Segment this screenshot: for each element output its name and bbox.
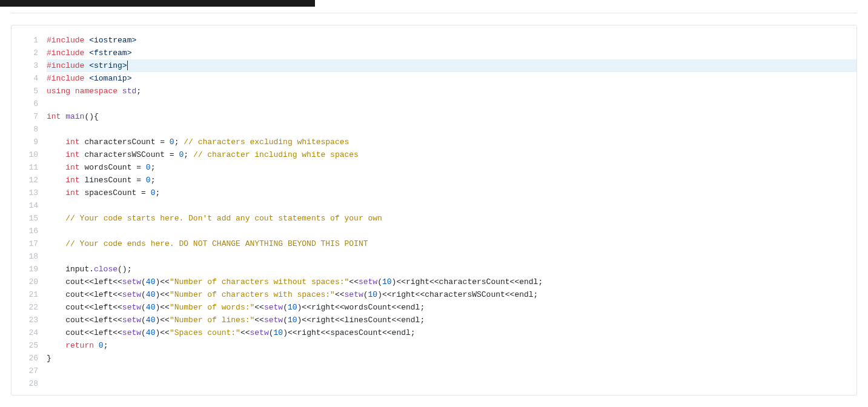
code-token: )<< xyxy=(155,328,169,337)
code-line[interactable]: 28 xyxy=(12,377,856,390)
code-token: } xyxy=(47,354,51,363)
code-line[interactable]: 17 // Your code ends here. DO NOT CHANGE… xyxy=(12,237,856,250)
line-number: 10 xyxy=(12,148,47,161)
code-token: ; xyxy=(136,87,141,96)
line-number: 26 xyxy=(12,352,47,365)
code-line[interactable]: 25 return 0; xyxy=(12,339,856,352)
code-token: int xyxy=(65,176,79,185)
line-content[interactable] xyxy=(47,199,856,212)
code-token: 10 xyxy=(274,328,283,337)
line-content[interactable]: } xyxy=(47,352,856,365)
line-content[interactable]: #include <iomanip> xyxy=(47,72,856,85)
code-token: 10 xyxy=(288,316,297,325)
line-content[interactable]: cout<<left<<setw(40)<<"Number of charact… xyxy=(47,288,856,301)
code-token: std xyxy=(122,87,136,96)
code-token: // characters excluding whitespaces xyxy=(184,137,349,147)
line-content[interactable]: int spacesCount = 0; xyxy=(47,187,856,199)
code-token: 10 xyxy=(288,303,297,312)
line-number: 12 xyxy=(12,174,47,187)
code-line[interactable]: 5using namespace std; xyxy=(12,85,856,98)
line-content[interactable]: #include <fstream> xyxy=(47,47,856,59)
line-number: 9 xyxy=(12,136,47,148)
line-content[interactable]: input.close(); xyxy=(47,263,856,276)
code-line[interactable]: 1#include <iostream> xyxy=(12,34,856,47)
code-token xyxy=(47,176,65,185)
line-content[interactable]: cout<<left<<setw(40)<<"Number of words:"… xyxy=(47,301,856,314)
code-line[interactable]: 2#include <fstream> xyxy=(12,47,856,59)
code-line[interactable]: 13 int spacesCount = 0; xyxy=(12,187,856,199)
line-content[interactable] xyxy=(47,98,856,110)
line-content[interactable] xyxy=(47,123,856,136)
code-token: #include xyxy=(47,61,89,70)
line-content[interactable]: cout<<left<<setw(40)<<"Spaces count:"<<s… xyxy=(47,326,856,339)
line-content[interactable]: cout<<left<<setw(40)<<"Number of charact… xyxy=(47,276,856,288)
code-token: setw xyxy=(122,290,141,299)
code-token: linesCount = xyxy=(80,176,146,185)
line-number: 2 xyxy=(12,47,47,59)
code-token: << xyxy=(254,316,264,325)
line-content[interactable]: // Your code ends here. DO NOT CHANGE AN… xyxy=(47,237,856,250)
line-content[interactable]: #include <iostream> xyxy=(47,34,856,47)
code-token: int xyxy=(65,150,79,159)
code-token: "Number of characters with spaces:" xyxy=(170,290,335,299)
code-line[interactable]: 3#include <string> xyxy=(12,59,856,72)
code-line[interactable]: 24 cout<<left<<setw(40)<<"Spaces count:"… xyxy=(12,326,856,339)
line-content[interactable]: int wordsCount = 0; xyxy=(47,161,856,174)
line-content[interactable]: #include <string> xyxy=(47,59,856,72)
code-line[interactable]: 4#include <iomanip> xyxy=(12,72,856,85)
code-token: int xyxy=(65,188,79,197)
code-token: << xyxy=(240,328,250,337)
line-content[interactable]: using namespace std; xyxy=(47,85,856,98)
code-line[interactable]: 19 input.close(); xyxy=(12,263,856,276)
line-number: 20 xyxy=(12,276,47,288)
line-number: 19 xyxy=(12,263,47,276)
code-line[interactable]: 21 cout<<left<<setw(40)<<"Number of char… xyxy=(12,288,856,301)
code-line[interactable]: 16 xyxy=(12,225,856,237)
line-content[interactable] xyxy=(47,225,856,237)
code-editor[interactable]: 1#include <iostream>2#include <fstream>3… xyxy=(11,25,857,395)
code-line[interactable]: 26} xyxy=(12,352,856,365)
line-number: 17 xyxy=(12,237,47,250)
line-content[interactable]: // Your code starts here. Don't add any … xyxy=(47,212,856,225)
code-token: setw xyxy=(264,303,283,312)
code-token: << xyxy=(349,277,359,286)
code-line[interactable]: 18 xyxy=(12,250,856,263)
line-content[interactable]: int charactersWSCount = 0; // character … xyxy=(47,148,856,161)
line-number: 7 xyxy=(12,110,47,123)
code-token: 40 xyxy=(146,303,156,312)
line-number: 15 xyxy=(12,212,47,225)
code-line[interactable]: 12 int linesCount = 0; xyxy=(12,174,856,187)
code-line[interactable]: 27 xyxy=(12,365,856,377)
code-token: cout<<left<< xyxy=(47,316,122,325)
line-number: 11 xyxy=(12,161,47,174)
code-line[interactable]: 14 xyxy=(12,199,856,212)
code-token: 40 xyxy=(146,316,156,325)
code-token: 40 xyxy=(146,277,156,286)
line-content[interactable] xyxy=(47,365,856,377)
line-content[interactable]: cout<<left<<setw(40)<<"Number of lines:"… xyxy=(47,314,856,326)
line-content[interactable]: int main(){ xyxy=(47,110,856,123)
code-token: (); xyxy=(118,265,131,274)
code-line[interactable]: 6 xyxy=(12,98,856,110)
line-content[interactable]: int linesCount = 0; xyxy=(47,174,856,187)
line-content[interactable] xyxy=(47,250,856,263)
line-content[interactable] xyxy=(47,377,856,390)
line-content[interactable]: return 0; xyxy=(47,339,856,352)
code-line[interactable]: 15 // Your code starts here. Don't add a… xyxy=(12,212,856,225)
code-line[interactable]: 11 int wordsCount = 0; xyxy=(12,161,856,174)
code-token: int xyxy=(65,137,79,147)
code-line[interactable]: 23 cout<<left<<setw(40)<<"Number of line… xyxy=(12,314,856,326)
code-lines: 1#include <iostream>2#include <fstream>3… xyxy=(12,25,856,395)
code-token: )<<right<<charactersCount<<endl; xyxy=(392,277,543,286)
code-token: )<< xyxy=(155,290,169,299)
text-cursor xyxy=(127,61,128,70)
code-line[interactable]: 20 cout<<left<<setw(40)<<"Number of char… xyxy=(12,276,856,288)
code-line[interactable]: 7int main(){ xyxy=(12,110,856,123)
line-number: 5 xyxy=(12,85,47,98)
line-number: 6 xyxy=(12,98,47,110)
code-line[interactable]: 10 int charactersWSCount = 0; // charact… xyxy=(12,148,856,161)
line-content[interactable]: int charactersCount = 0; // characters e… xyxy=(47,136,856,148)
code-line[interactable]: 9 int charactersCount = 0; // characters… xyxy=(12,136,856,148)
code-line[interactable]: 8 xyxy=(12,123,856,136)
code-line[interactable]: 22 cout<<left<<setw(40)<<"Number of word… xyxy=(12,301,856,314)
